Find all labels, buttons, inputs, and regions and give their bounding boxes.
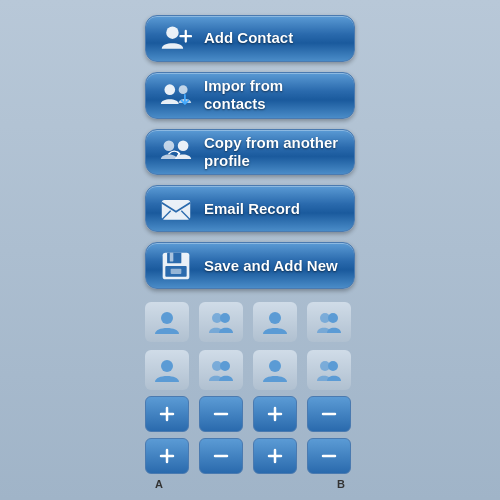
copy-profile-label: Copy from another profile [204, 134, 342, 170]
svg-point-23 [220, 361, 230, 371]
email-record-button[interactable]: Email Record [145, 185, 355, 232]
control-grid-row2 [145, 438, 355, 474]
svg-point-21 [161, 360, 173, 372]
import-icon [158, 77, 194, 113]
save-icon [158, 248, 194, 284]
svg-point-15 [161, 312, 173, 324]
add-contact-label: Add Contact [204, 29, 293, 47]
avatar-grid-row1 [145, 302, 355, 342]
avatar-single-2[interactable] [253, 302, 297, 342]
copy-icon [158, 134, 194, 170]
add-btn-2[interactable] [253, 396, 297, 432]
avatar-double-1[interactable] [199, 302, 243, 342]
remove-btn-2[interactable] [307, 396, 351, 432]
svg-point-18 [269, 312, 281, 324]
svg-point-20 [328, 313, 338, 323]
svg-point-3 [164, 85, 175, 96]
avatar-single-3[interactable] [145, 350, 189, 390]
svg-point-0 [166, 27, 178, 39]
row-labels: A B [145, 478, 355, 490]
avatar-double-3[interactable] [199, 350, 243, 390]
remove-btn-3[interactable] [199, 438, 243, 474]
control-grid-row1 [145, 396, 355, 432]
add-btn-4[interactable] [253, 438, 297, 474]
remove-btn-4[interactable] [307, 438, 351, 474]
copy-profile-button[interactable]: Copy from another profile [145, 129, 355, 176]
add-contact-button[interactable]: Add Contact [145, 15, 355, 62]
svg-point-26 [328, 361, 338, 371]
avatar-single-4[interactable] [253, 350, 297, 390]
import-contacts-button[interactable]: Impor from contacts [145, 72, 355, 119]
svg-point-5 [164, 140, 175, 151]
avatar-grid-row2 [145, 350, 355, 390]
row-label-b: B [337, 478, 345, 490]
row-label-a: A [155, 478, 163, 490]
svg-point-17 [220, 313, 230, 323]
add-btn-3[interactable] [145, 438, 189, 474]
add-btn-1[interactable] [145, 396, 189, 432]
save-add-new-label: Save and Add New [204, 257, 338, 275]
svg-point-4 [179, 85, 188, 94]
main-container: Add Contact Impor from contacts [0, 0, 500, 500]
save-add-new-button[interactable]: Save and Add New [145, 242, 355, 289]
avatar-double-2[interactable] [307, 302, 351, 342]
svg-rect-12 [170, 252, 174, 261]
svg-rect-11 [167, 252, 181, 263]
avatar-double-4[interactable] [307, 350, 351, 390]
svg-rect-7 [162, 200, 190, 220]
remove-btn-1[interactable] [199, 396, 243, 432]
email-record-label: Email Record [204, 200, 300, 218]
svg-point-24 [269, 360, 281, 372]
email-icon [158, 191, 194, 227]
avatar-single-1[interactable] [145, 302, 189, 342]
add-contact-icon [158, 20, 194, 56]
import-contacts-label: Impor from contacts [204, 77, 342, 113]
svg-rect-14 [171, 268, 182, 273]
svg-point-6 [178, 140, 189, 151]
